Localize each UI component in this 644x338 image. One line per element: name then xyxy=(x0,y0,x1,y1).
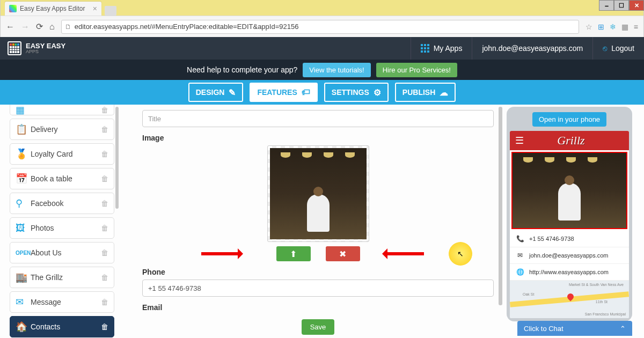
map-label: Oak St xyxy=(523,292,534,296)
trash-icon[interactable]: 🗑 xyxy=(101,298,108,306)
new-tab-button[interactable] xyxy=(105,6,116,16)
clipboard-icon: 📋 xyxy=(16,123,31,135)
nav-publish-label: PUBLISH xyxy=(402,88,435,97)
sidebar-item-label: Photos xyxy=(31,224,101,232)
phone-contact-phone[interactable]: 📞+1 55 4746-9738 xyxy=(510,231,629,247)
tab-close-icon[interactable]: × xyxy=(93,4,97,13)
ext3-icon[interactable]: ▦ xyxy=(621,23,628,31)
phone-input[interactable] xyxy=(142,280,494,297)
browser-tab[interactable]: Easy Easy Apps Editor × xyxy=(5,2,101,16)
generic-icon: ▦ xyxy=(16,105,31,116)
trash-icon[interactable]: 🗑 xyxy=(101,106,108,114)
logout-link[interactable]: ⎋ Logout xyxy=(592,37,644,60)
house-icon: 🏠 xyxy=(16,321,31,333)
sidebar: ▦🗑 📋Delivery🗑 🏅Loyalty Card🗑 📅Book a tab… xyxy=(0,105,121,338)
map-label: San Francisco Municipal xyxy=(585,312,626,316)
trash-icon[interactable]: 🗑 xyxy=(101,174,108,183)
sidebar-item-label: Loyalty Card xyxy=(31,150,101,158)
image-icon: 🖼 xyxy=(16,223,31,234)
store-icon: 🏬 xyxy=(16,271,31,283)
sidebar-item-grillz[interactable]: 🏬The Grillz🗑 xyxy=(10,267,114,288)
phone-screen: ☰ Grillz 📞+1 55 4746-9738 ✉john.doe@easy… xyxy=(510,131,629,318)
trash-icon[interactable]: 🗑 xyxy=(101,248,108,257)
address-bar[interactable]: 🗋 editor.easyeasyapps.net/#MenuEntryPlac… xyxy=(61,20,579,34)
annotation-arrow-right xyxy=(386,252,424,255)
hamburger-icon[interactable]: ☰ xyxy=(515,135,524,146)
forward-icon[interactable]: → xyxy=(21,22,30,32)
sidebar-item-delivery[interactable]: 📋Delivery🗑 xyxy=(10,119,114,140)
save-button[interactable]: Save xyxy=(302,319,335,335)
nav-publish[interactable]: PUBLISH☁ xyxy=(395,83,456,102)
upload-image-button[interactable]: ⬆ xyxy=(276,246,311,261)
phone-frame: Open in your phone ☰ Grillz 📞+1 55 4746-… xyxy=(507,107,632,321)
sidebar-scrollbar[interactable] xyxy=(115,107,119,209)
title-input[interactable] xyxy=(142,110,494,127)
window-close[interactable]: ✕ xyxy=(629,0,644,11)
trash-icon[interactable]: 🗑 xyxy=(101,199,108,208)
sidebar-item-facebook[interactable]: ⚲Facebook🗑 xyxy=(10,193,114,214)
main-scrollbar[interactable] xyxy=(499,107,502,305)
trash-icon[interactable]: 🗑 xyxy=(101,273,108,282)
gear-icon: ⚙ xyxy=(374,87,381,98)
delete-image-button[interactable]: ✖ xyxy=(326,246,360,261)
nav-settings[interactable]: SETTINGS⚙ xyxy=(324,83,389,102)
logo[interactable]: EASY EASYAPPS xyxy=(0,41,73,55)
phone-map[interactable]: Oak St Market St & South Van Ness Ave 11… xyxy=(510,281,629,318)
ext2-icon[interactable]: ❄ xyxy=(610,23,616,31)
menu-icon[interactable]: ≡ xyxy=(634,23,638,31)
browser-chrome: Easy Easy Apps Editor × ← → ⟳ ⌂ 🗋 editor… xyxy=(0,0,644,37)
window-minimize[interactable]: ‒ xyxy=(599,0,614,11)
page-icon: 🗋 xyxy=(65,23,71,31)
sidebar-item-photos[interactable]: 🖼Photos🗑 xyxy=(10,217,114,239)
nav-design[interactable]: DESIGN✎ xyxy=(188,83,244,102)
star-icon[interactable]: ☆ xyxy=(586,23,592,31)
sidebar-item-message[interactable]: ✉Message🗑 xyxy=(10,291,114,313)
back-icon[interactable]: ← xyxy=(6,22,14,32)
annotation-arrow-left xyxy=(201,252,239,255)
sidebar-item-top[interactable]: ▦🗑 xyxy=(10,105,114,115)
logo-subtext: APPS xyxy=(26,49,65,54)
email-label: Email xyxy=(142,303,494,312)
map-label: Market St & South Van Ness Ave xyxy=(569,283,624,286)
nav-features[interactable]: FEATURES🏷 xyxy=(250,83,317,102)
open-in-phone-button[interactable]: Open in your phone xyxy=(532,112,606,127)
phone-contact-web[interactable]: 🌐http://www.easyeasyapps.com xyxy=(510,264,629,281)
trash-icon[interactable]: 🗑 xyxy=(101,322,108,331)
trash-icon[interactable]: 🗑 xyxy=(101,150,108,158)
ext1-icon[interactable]: ⊞ xyxy=(598,23,604,31)
tab-title: Easy Easy Apps Editor xyxy=(20,5,85,12)
upload-icon: ⬆ xyxy=(290,249,297,259)
reload-icon[interactable]: ⟳ xyxy=(36,21,43,32)
chevron-up-icon: ⌃ xyxy=(620,325,626,333)
sidebar-item-contacts[interactable]: 🏠Contacts🗑 xyxy=(10,316,114,337)
my-apps-link[interactable]: My Apps xyxy=(411,37,472,60)
cloud-icon: ☁ xyxy=(440,87,448,98)
logo-icon xyxy=(8,41,21,55)
user-email[interactable]: john.doe@easyeasyapps.com xyxy=(472,37,592,60)
sidebar-item-about[interactable]: OPENAbout Us🗑 xyxy=(10,242,114,263)
phone-contact-email-text: john.doe@easyeasyapps.com xyxy=(529,252,609,259)
app-header: EASY EASYAPPS My Apps john.doe@easyeasya… xyxy=(0,37,644,60)
main-nav: DESIGN✎ FEATURES🏷 SETTINGS⚙ PUBLISH☁ xyxy=(0,80,644,105)
nav-settings-label: SETTINGS xyxy=(332,88,369,97)
phone-hero-image xyxy=(511,152,627,229)
trash-icon[interactable]: 🗑 xyxy=(101,224,108,232)
favicon-icon xyxy=(9,5,17,12)
phone-contact-phone-text: +1 55 4746-9738 xyxy=(529,236,574,242)
cursor-highlight: ↖ xyxy=(449,242,472,266)
phone-contact-email[interactable]: ✉john.doe@easyeasyapps.com xyxy=(510,247,629,264)
sidebar-item-book[interactable]: 📅Book a table🗑 xyxy=(10,168,114,189)
window-maximize[interactable]: ☐ xyxy=(614,0,629,11)
map-label: 11th St xyxy=(596,300,608,304)
image-preview-box xyxy=(267,145,369,242)
apps-grid-icon xyxy=(421,44,429,53)
tutorials-button[interactable]: View the tutorials! xyxy=(303,63,370,77)
sidebar-item-loyalty[interactable]: 🏅Loyalty Card🗑 xyxy=(10,143,114,165)
home-icon[interactable]: ⌂ xyxy=(49,22,55,32)
chat-button[interactable]: Click to Chat ⌃ xyxy=(517,321,632,336)
logout-label: Logout xyxy=(611,44,634,53)
trash-icon[interactable]: 🗑 xyxy=(101,125,108,134)
pro-services-button[interactable]: Hire our Pro Services! xyxy=(376,63,457,77)
sidebar-item-label: Contacts xyxy=(31,322,101,331)
sidebar-item-label: Facebook xyxy=(31,199,101,208)
